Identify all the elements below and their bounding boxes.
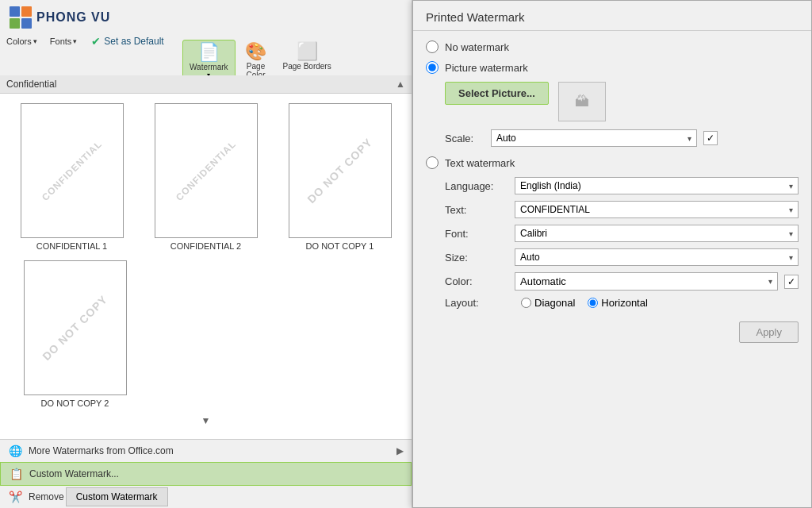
bottom-menu: 🌐 More Watermarks from Office.com ▶ 📋 Cu… — [0, 439, 412, 508]
text-watermark-row: Text watermark — [426, 156, 799, 169]
text-row: Text: CONFIDENTIAL ▾ — [445, 201, 799, 218]
dropdown-arrow-icon: ▾ — [688, 134, 691, 143]
scale-row: Scale: Auto ▾ ✓ — [445, 129, 799, 147]
text-watermark-radio[interactable] — [426, 156, 439, 169]
colors-button[interactable]: Colors ▾ — [3, 33, 40, 49]
logo-icon — [10, 6, 32, 29]
custom-watermark-menu-item[interactable]: 📋 Custom Watermark... — [0, 462, 412, 486]
layout-row: Layout: Diagonal Horizontal — [445, 297, 799, 309]
language-row: Language: English (India) ▾ — [445, 177, 799, 194]
layout-options: Diagonal Horizontal — [521, 297, 648, 309]
color-row: Color: Automatic ▾ ✓ — [445, 272, 799, 291]
scale-checkbox[interactable]: ✓ — [703, 131, 718, 145]
picture-preview: 🏔 — [558, 82, 606, 121]
dropdown-arrow-icon: ▾ — [789, 182, 793, 190]
page-borders-icon: ⬜ — [297, 43, 318, 60]
dropdown-arrow-icon: ▾ — [768, 277, 772, 286]
diagonal-radio[interactable] — [521, 298, 531, 308]
scroll-down-button[interactable]: ▼ — [201, 415, 211, 426]
check-icon: ✔ — [91, 35, 101, 48]
logo-area: PHONG VU — [3, 3, 117, 32]
dropdown-arrow-icon: ▾ — [789, 229, 793, 238]
watermark-preview-dnc1: DO NOT COPY — [289, 103, 392, 238]
color-label: Color: — [445, 275, 508, 287]
picture-watermark-radio[interactable] — [426, 61, 439, 74]
ribbon-area: PHONG VU Colors ▾ Fonts ▾ ✔ Set as Defau… — [0, 0, 412, 75]
scale-select[interactable]: Auto ▾ — [491, 129, 697, 147]
apply-button[interactable]: Apply — [739, 321, 799, 343]
watermark-preview-conf1: CONFIDENTIAL — [21, 103, 124, 238]
arrow-right-icon: ▶ — [396, 445, 404, 456]
dialog-body: No watermark Picture watermark Select Pi… — [413, 31, 811, 352]
remove-icon: ✂️ — [8, 491, 22, 503]
page-color-icon: 🎨 — [245, 43, 266, 60]
image-placeholder-icon: 🏔 — [575, 94, 589, 110]
picture-watermark-label: Picture watermark — [445, 62, 528, 74]
color-checkbox[interactable]: ✓ — [784, 275, 799, 289]
picture-watermark-options: Select Picture... 🏔 Scale: Auto ▾ ✓ — [445, 82, 799, 147]
scale-label: Scale: — [445, 133, 485, 144]
no-watermark-radio[interactable] — [426, 40, 439, 53]
apply-row: Apply — [426, 321, 799, 343]
fonts-button[interactable]: Fonts ▾ — [47, 33, 81, 49]
watermark-list-area: Confidential ▲ CONFIDENTIAL CONFIDENTIAL… — [0, 75, 412, 508]
list-header: Confidential ▲ — [0, 75, 412, 94]
text-label: Text: — [445, 204, 508, 216]
select-picture-button[interactable]: Select Picture... — [445, 82, 549, 105]
watermark-icon: 📄 — [198, 44, 220, 61]
list-item[interactable]: DO NOT COPY DO NOT COPY 1 — [278, 103, 402, 251]
horizontal-label: Horizontal — [601, 297, 648, 309]
font-row: Font: Calibri ▾ — [445, 225, 799, 242]
layout-label: Layout: — [445, 297, 508, 309]
globe-icon: 🌐 — [8, 444, 22, 457]
size-select[interactable]: Auto ▾ — [515, 248, 799, 266]
diagonal-label: Diagonal — [534, 297, 575, 309]
language-label: Language: — [445, 180, 508, 192]
diagonal-option[interactable]: Diagonal — [521, 297, 575, 309]
watermark-preview-conf2: CONFIDENTIAL — [155, 103, 258, 238]
more-watermarks-menu-item[interactable]: 🌐 More Watermarks from Office.com ▶ — [0, 440, 412, 462]
watermark-preview-dnc2: DO NOT COPY — [24, 260, 127, 395]
list-item[interactable]: DO NOT COPY DO NOT COPY 2 — [10, 260, 140, 408]
scroll-up-button[interactable]: ▲ — [396, 79, 405, 90]
watermark-grid-row1: CONFIDENTIAL CONFIDENTIAL 1 CONFIDENTIAL… — [0, 94, 412, 260]
watermark-grid-row2: DO NOT COPY DO NOT COPY 2 — [0, 260, 412, 414]
color-select[interactable]: Automatic ▾ — [515, 272, 778, 291]
custom-icon: 📋 — [9, 468, 23, 480]
size-row: Size: Auto ▾ — [445, 248, 799, 266]
logo-text: PHONG VU — [36, 10, 110, 25]
text-watermark-label: Text watermark — [445, 157, 515, 169]
dropdown-arrow-icon: ▾ — [789, 206, 793, 214]
text-select[interactable]: CONFIDENTIAL ▾ — [515, 201, 799, 218]
save-watermark-item[interactable]: Custom Watermark — [66, 487, 168, 506]
remove-watermark-menu-item[interactable]: ✂️ Remove — [0, 486, 66, 508]
no-watermark-row: No watermark — [426, 40, 799, 53]
horizontal-option[interactable]: Horizontal — [588, 297, 648, 309]
printed-watermark-dialog: Printed Watermark No watermark Picture w… — [412, 0, 812, 508]
picture-watermark-row: Picture watermark — [426, 61, 799, 74]
set-default-button[interactable]: ✔ Set as Default — [86, 33, 168, 49]
left-panel: PHONG VU Colors ▾ Fonts ▾ ✔ Set as Defau… — [0, 0, 412, 508]
horizontal-radio[interactable] — [588, 298, 598, 308]
font-label: Font: — [445, 228, 508, 240]
dialog-title: Printed Watermark — [413, 1, 811, 31]
text-watermark-options: Language: English (India) ▾ Text: CONFID… — [445, 177, 799, 309]
colors-fonts-area: Colors ▾ Fonts ▾ ✔ Set as Default — [3, 33, 169, 49]
list-item[interactable]: CONFIDENTIAL CONFIDENTIAL 2 — [144, 103, 268, 251]
language-select[interactable]: English (India) ▾ — [515, 177, 799, 194]
no-watermark-label: No watermark — [445, 41, 509, 53]
remove-row: ✂️ Remove Custom Watermark — [0, 486, 412, 508]
font-select[interactable]: Calibri ▾ — [515, 225, 799, 242]
list-item[interactable]: CONFIDENTIAL CONFIDENTIAL 1 — [10, 103, 134, 251]
dropdown-arrow-icon: ▾ — [789, 253, 793, 262]
size-label: Size: — [445, 252, 508, 264]
